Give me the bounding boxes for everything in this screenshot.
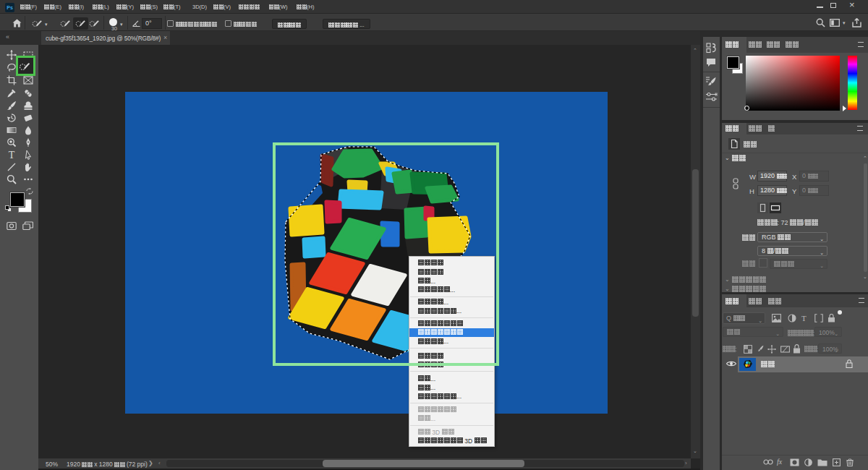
svg-text:T: T <box>9 150 15 160</box>
